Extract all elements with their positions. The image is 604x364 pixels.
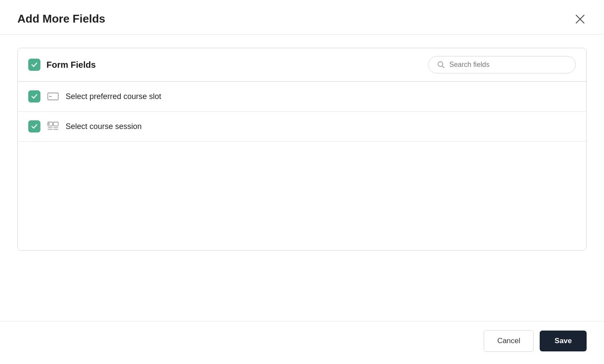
input-field-icon: [47, 93, 59, 100]
search-input[interactable]: [449, 61, 567, 69]
field-row: Select course session: [18, 112, 586, 142]
checkmark-icon: [31, 93, 38, 100]
cancel-button[interactable]: Cancel: [484, 330, 534, 352]
field-label-1: Select preferred course slot: [66, 92, 161, 101]
checkmark-icon: [31, 123, 38, 130]
modal-footer: Cancel Save: [0, 321, 604, 364]
svg-line-3: [442, 66, 445, 68]
field-checkbox-1[interactable]: [28, 90, 40, 103]
svg-rect-6: [48, 122, 53, 126]
modal-header: Add More Fields: [0, 0, 604, 35]
fields-header-title: Form Fields: [46, 60, 96, 70]
field-checkbox-2[interactable]: [28, 120, 40, 132]
search-box[interactable]: [428, 56, 576, 73]
close-icon: [575, 14, 585, 24]
list-field-icon: [47, 122, 59, 131]
form-fields-checkbox[interactable]: [28, 59, 40, 71]
close-button[interactable]: [574, 13, 587, 26]
fields-container: Form Fields: [17, 48, 587, 251]
fields-header: Form Fields: [18, 48, 586, 82]
search-icon: [437, 61, 445, 69]
checkmark-icon: [31, 61, 38, 68]
fields-header-left: Form Fields: [28, 59, 96, 71]
add-more-fields-modal: Add More Fields Form Fields: [0, 0, 604, 364]
field-label-2: Select course session: [66, 122, 142, 131]
fields-empty-area: [18, 142, 586, 250]
save-button[interactable]: Save: [540, 331, 587, 351]
modal-body: Form Fields: [0, 35, 604, 321]
svg-rect-7: [53, 122, 58, 126]
field-row: Select preferred course slot: [18, 82, 586, 112]
modal-title: Add More Fields: [17, 12, 105, 26]
